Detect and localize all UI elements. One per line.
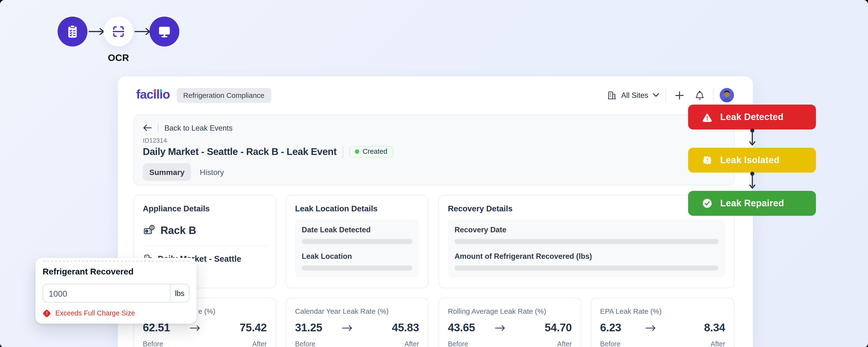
arrow-right-icon xyxy=(645,324,656,332)
after-label: After xyxy=(557,340,572,347)
scan-icon xyxy=(111,24,126,39)
before-value: 31.25 xyxy=(295,321,322,334)
field-label: Recovery Date xyxy=(455,226,718,234)
stat-label: Rolling Average Leak Rate (%) xyxy=(448,307,572,315)
notifications-button[interactable] xyxy=(692,88,707,102)
flow-connector-arrow xyxy=(749,171,756,191)
before-value: 43.65 xyxy=(448,321,475,334)
avatar[interactable] xyxy=(720,88,734,102)
ocr-scan-node xyxy=(103,17,133,46)
bell-icon xyxy=(695,90,705,100)
event-id: ID12314 xyxy=(143,137,725,144)
error-diamond-icon: ! xyxy=(42,309,51,318)
stat-values: 31.25 45.83 xyxy=(295,321,419,334)
site-selector[interactable]: All Sites xyxy=(607,90,659,100)
calendar-year-leak-rate-card: Calendar Year Leak Rate (%) 31.25 45.83 … xyxy=(286,297,429,347)
arrow-right-icon xyxy=(342,324,352,332)
flow-arrow-icon xyxy=(134,28,151,35)
gear-alert-icon xyxy=(702,155,712,165)
event-header-panel: Back to Leak Events ID12314 Daily Market… xyxy=(133,115,735,185)
status-dot xyxy=(355,149,359,154)
after-value: 54.70 xyxy=(545,321,572,334)
asset-row: $ Rack B xyxy=(143,224,267,237)
field-label: Leak Location xyxy=(302,252,412,260)
skeleton-bar xyxy=(302,239,412,244)
monitor-icon xyxy=(157,24,172,39)
before-label: Before xyxy=(143,340,163,347)
status-badge: Created xyxy=(349,146,393,157)
skeleton-bar xyxy=(455,265,718,271)
add-button[interactable] xyxy=(672,88,686,102)
plus-icon xyxy=(675,90,684,100)
app-header: facılıo Refrigeration Compliance All Sit… xyxy=(118,76,753,114)
header-divider xyxy=(665,89,666,102)
monitor-node xyxy=(150,17,179,46)
before-value: 6.23 xyxy=(600,321,621,334)
fields-panel: Recovery Date Amount of Refrigerant Reco… xyxy=(448,219,725,277)
badge-label: Leak Detected xyxy=(720,112,784,122)
error-message: Exceeds Full Charge Size xyxy=(56,309,135,317)
back-arrow-icon[interactable] xyxy=(143,124,152,132)
stat-foot: Before After xyxy=(295,340,419,347)
card-title: Recovery Details xyxy=(448,204,725,213)
building-icon xyxy=(607,90,617,100)
page-background: OCR facılıo Refrigeration Compliance All… xyxy=(0,0,868,347)
after-value: 45.83 xyxy=(392,321,419,334)
svg-text:$: $ xyxy=(151,226,153,229)
appliance-asset-icon: $ xyxy=(143,224,156,237)
app-window: facılıo Refrigeration Compliance All Sit… xyxy=(118,76,753,347)
product-badge: Refrigeration Compliance xyxy=(177,88,271,103)
chevron-down-icon xyxy=(653,93,659,97)
arrow-right-icon xyxy=(190,324,200,332)
stat-label: EPA Leak Rate (%) xyxy=(600,307,725,315)
user-avatar-illustration xyxy=(720,88,734,102)
facilio-logo: facılıo xyxy=(136,89,170,101)
header-divider xyxy=(713,89,713,102)
leak-isolated-badge[interactable]: Leak Isolated xyxy=(688,148,816,172)
title-divider xyxy=(343,146,343,158)
event-title-row: Daily Market - Seattle - Rack B - Leak E… xyxy=(143,146,725,158)
card-title: Leak Location Details xyxy=(295,204,419,213)
tab-summary[interactable]: Summary xyxy=(143,163,191,181)
fields-panel: Date Leak Detected Leak Location xyxy=(295,219,419,277)
after-label: After xyxy=(252,340,267,347)
skeleton-bar xyxy=(302,265,412,271)
breadcrumb-divider xyxy=(158,123,158,132)
site-selector-label: All Sites xyxy=(621,91,648,99)
leak-location-details-card: Leak Location Details Date Leak Detected… xyxy=(286,195,429,288)
stat-label: Calendar Year Leak Rate (%) xyxy=(295,307,419,315)
asset-name: Rack B xyxy=(161,224,196,236)
flow-connector-arrow xyxy=(749,128,756,148)
popup-dashed-divider xyxy=(43,260,189,262)
badge-label: Leak Repaired xyxy=(720,198,784,209)
after-label: After xyxy=(404,340,419,347)
screen: OCR facılıo Refrigeration Compliance All… xyxy=(0,0,868,347)
status-label: Created xyxy=(363,148,387,155)
skeleton-bar xyxy=(455,239,718,244)
refrigerant-recovered-popup: Refrigerant Recovered lbs ! Exceeds Full… xyxy=(35,258,196,324)
refrigerant-amount-input[interactable] xyxy=(43,284,170,302)
leak-repaired-badge[interactable]: Leak Repaired xyxy=(688,191,816,216)
arrow-right-icon xyxy=(495,324,505,332)
clipboard-checklist-icon xyxy=(65,24,80,39)
before-label: Before xyxy=(448,340,468,347)
ocr-label: OCR xyxy=(100,53,137,64)
field-label: Date Leak Detected xyxy=(302,226,412,234)
stat-values: 6.23 8.34 xyxy=(600,321,725,334)
rolling-average-leak-rate-card: Rolling Average Leak Rate (%) 43.65 54.7… xyxy=(438,297,581,347)
epa-leak-rate-card: EPA Leak Rate (%) 6.23 8.34 Before After xyxy=(591,297,735,347)
back-link[interactable]: Back to Leak Events xyxy=(164,124,233,132)
warning-triangle-icon xyxy=(702,112,712,122)
after-value: 8.34 xyxy=(704,321,725,334)
tab-history[interactable]: History xyxy=(200,168,224,177)
after-label: After xyxy=(711,340,725,347)
stat-foot: Before After xyxy=(143,340,267,347)
stat-values: 43.65 54.70 xyxy=(448,321,572,334)
card-divider xyxy=(143,246,267,246)
validation-error: ! Exceeds Full Charge Size xyxy=(43,309,189,317)
check-circle-icon xyxy=(702,198,712,209)
leak-detected-badge[interactable]: Leak Detected xyxy=(688,104,816,129)
stat-foot: Before After xyxy=(448,340,572,347)
before-label: Before xyxy=(295,340,316,347)
before-label: Before xyxy=(600,340,621,347)
